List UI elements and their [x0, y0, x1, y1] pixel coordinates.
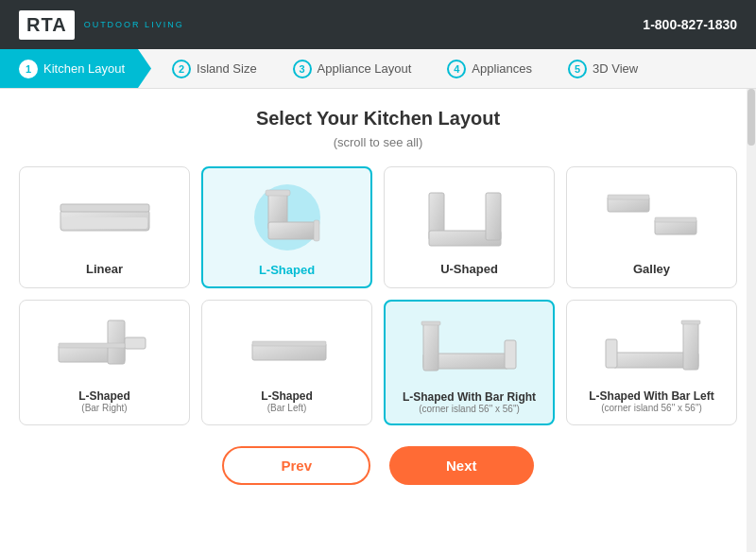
step-num-5: 5 — [568, 60, 587, 78]
card-l-bar-left-island-img — [575, 308, 729, 384]
card-l-bar-right[interactable]: L-Shaped (Bar Right) — [19, 300, 190, 425]
logo-text: RTA — [19, 10, 75, 40]
svg-rect-5 — [266, 190, 290, 196]
card-l-bar-right-label: L-Shaped — [78, 389, 130, 403]
button-row: Prev Next — [19, 441, 737, 494]
card-l-bar-left-island[interactable]: L-Shaped With Bar Left (corner island 56… — [566, 300, 737, 425]
svg-rect-1 — [60, 204, 149, 212]
header: RTA OUTDOOR LIVING 1-800-827-1830 — [0, 0, 756, 49]
step-label-3: Appliance Layout — [318, 61, 412, 76]
card-linear-img — [27, 179, 181, 254]
bottom-layout-grid: L-Shaped (Bar Right) — [19, 300, 737, 425]
step-label-2: Island Size — [197, 61, 257, 76]
card-l-bar-left-img — [210, 308, 364, 384]
step-island-size[interactable]: 2 Island Size — [151, 49, 272, 88]
step-label-4: Appliances — [472, 61, 532, 76]
svg-rect-26 — [606, 339, 617, 368]
card-l-bar-right-img — [27, 308, 181, 384]
scroll-hint: (scroll to see all) — [19, 135, 737, 149]
card-l-bar-left[interactable]: L-Shaped (Bar Left) — [201, 300, 372, 425]
page-title: Select Your Kitchen Layout — [19, 108, 737, 130]
step-num-2: 2 — [172, 60, 191, 78]
svg-rect-2 — [62, 217, 147, 229]
card-l-bar-right-island-sublabel: (corner island 56" x 56") — [419, 404, 520, 414]
svg-rect-22 — [505, 340, 516, 369]
card-u-shaped-img — [392, 179, 546, 254]
step-kitchen-layout[interactable]: 1 Kitchen Layout — [0, 49, 151, 88]
logo-sub: OUTDOOR LIVING — [84, 20, 184, 29]
card-l-bar-right-island-label: L-Shaped With Bar Right — [403, 390, 536, 404]
card-l-bar-left-sublabel: (Bar Left) — [267, 403, 307, 413]
card-l-bar-right-sublabel: (Bar Right) — [81, 403, 127, 413]
step-3d-view[interactable]: 5 3D View — [547, 49, 653, 88]
card-linear[interactable]: Linear — [19, 166, 190, 288]
prev-button[interactable]: Prev — [222, 446, 370, 485]
svg-rect-21 — [423, 323, 438, 371]
card-l-bar-left-island-sublabel: (corner island 56" x 56") — [601, 403, 702, 413]
card-l-shaped-label: L-Shaped — [259, 263, 315, 277]
card-l-shaped-img — [211, 180, 363, 255]
svg-rect-13 — [655, 217, 696, 222]
card-galley-label: Galley — [633, 262, 670, 276]
card-l-bar-right-island[interactable]: L-Shaped With Bar Right (corner island 5… — [384, 300, 555, 425]
scrollbar-thumb[interactable] — [747, 89, 755, 146]
step-num-1: 1 — [19, 60, 38, 78]
svg-rect-23 — [421, 321, 440, 325]
card-u-shaped-label: U-Shaped — [440, 262, 498, 276]
step-num-4: 4 — [447, 60, 466, 78]
svg-rect-17 — [59, 343, 125, 348]
card-l-bar-left-label: L-Shaped — [261, 389, 313, 403]
svg-rect-19 — [252, 341, 326, 346]
card-u-shaped[interactable]: U-Shaped — [384, 166, 555, 288]
svg-rect-16 — [125, 337, 146, 349]
step-num-3: 3 — [293, 60, 312, 78]
phone-number: 1-800-827-1830 — [643, 17, 737, 32]
card-galley[interactable]: Galley — [566, 166, 737, 288]
next-button[interactable]: Next — [389, 446, 534, 485]
card-galley-img — [575, 179, 729, 254]
card-l-bar-left-island-label: L-Shaped With Bar Left — [589, 389, 714, 403]
card-l-bar-right-island-img — [393, 309, 545, 385]
logo: RTA OUTDOOR LIVING — [19, 10, 184, 40]
main-content: Select Your Kitchen Layout (scroll to se… — [0, 89, 756, 494]
svg-rect-9 — [486, 193, 501, 240]
step-appliances[interactable]: 4 Appliances — [426, 49, 547, 88]
svg-rect-4 — [268, 222, 316, 239]
svg-rect-15 — [108, 320, 125, 364]
scrollbar[interactable] — [747, 89, 756, 552]
step-appliance-layout[interactable]: 3 Appliance Layout — [272, 49, 427, 88]
svg-rect-27 — [681, 320, 700, 324]
top-layout-grid: Linear — [19, 166, 737, 288]
svg-rect-25 — [683, 322, 698, 370]
svg-rect-6 — [314, 220, 319, 241]
step-label-1: Kitchen Layout — [43, 61, 125, 76]
step-label-5: 3D View — [593, 61, 638, 76]
svg-rect-11 — [608, 195, 649, 199]
card-linear-label: Linear — [86, 262, 123, 276]
progress-bar: 1 Kitchen Layout 2 Island Size 3 Applian… — [0, 49, 756, 89]
card-l-shaped[interactable]: L-Shaped — [201, 166, 372, 288]
